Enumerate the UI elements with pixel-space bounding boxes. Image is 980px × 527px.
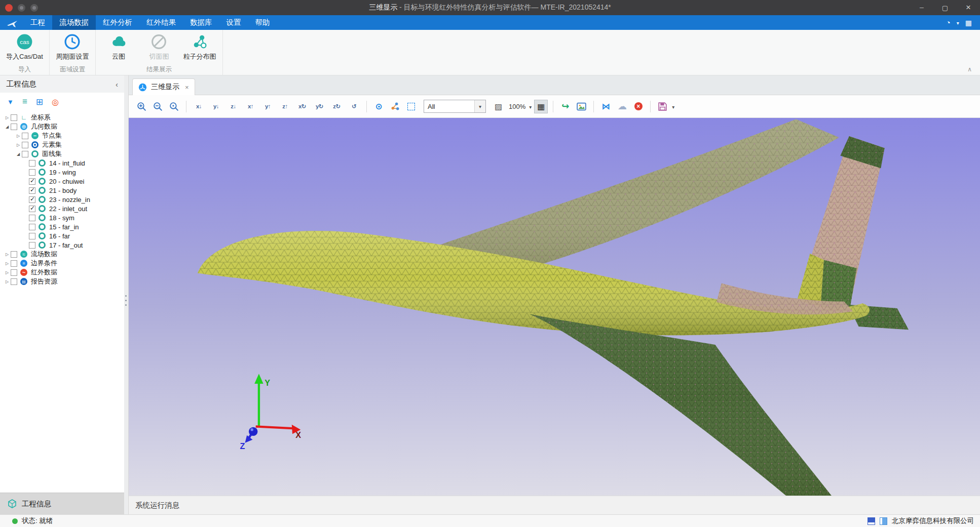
checkbox[interactable]	[29, 224, 35, 230]
view-z-down-button[interactable]: z↓	[226, 100, 241, 113]
import-cas-dat-button[interactable]: cas 导入Cas/Dat	[4, 32, 45, 64]
expander-icon[interactable]	[15, 143, 22, 147]
menu-item-settings[interactable]: 设置	[219, 15, 248, 30]
checkbox[interactable]	[11, 251, 17, 258]
checkbox[interactable]	[29, 169, 35, 176]
checkbox[interactable]	[11, 260, 17, 267]
rotate-x-button[interactable]: x↻	[295, 100, 310, 113]
checkbox[interactable]	[11, 278, 17, 285]
tree-item-node-set[interactable]: 节点集	[0, 131, 124, 140]
tree-item-boundary-conditions[interactable]: 边界条件	[0, 259, 124, 268]
save-caret-icon[interactable]	[672, 102, 674, 111]
tree-item-23-nozzle-in[interactable]: 23 - nozzle_in	[0, 195, 124, 204]
tree-item-geometry-data[interactable]: 几何数据	[0, 122, 124, 131]
menu-item-project[interactable]: 工程	[23, 15, 52, 30]
save-view-icon[interactable]	[656, 100, 669, 113]
theme-caret-icon[interactable]	[957, 19, 959, 26]
surface-filter-select[interactable]: All	[424, 100, 486, 113]
panel-splitter[interactable]	[124, 75, 129, 514]
app-badge-icon[interactable]	[5, 4, 13, 12]
panel-collapse-button[interactable]	[116, 80, 118, 89]
mesh-grid-toggle[interactable]	[534, 100, 548, 113]
grid-view-icon[interactable]	[36, 97, 43, 107]
viewport-3d[interactable]: Y X Z	[129, 118, 980, 496]
checkbox[interactable]	[29, 233, 35, 239]
expander-icon[interactable]	[15, 152, 22, 156]
project-info-bottom-tab[interactable]: 工程信息	[0, 493, 124, 514]
expander-icon[interactable]	[4, 125, 11, 129]
contour-cloud-button[interactable]: 云图	[100, 32, 137, 64]
checkbox[interactable]	[29, 160, 35, 167]
screenshot-icon[interactable]	[575, 100, 588, 113]
tree-item-19-wing[interactable]: 19 - wing	[0, 168, 124, 177]
tree-item-element-set[interactable]: 元素集	[0, 140, 124, 149]
tree-item-15-far-in[interactable]: 15 - far_in	[0, 222, 124, 231]
tab-3d-display[interactable]: 三维显示	[132, 78, 195, 95]
expander-icon[interactable]	[4, 279, 11, 284]
menu-item-flow-data[interactable]: 流场数据	[52, 15, 96, 30]
view-z-up-button[interactable]: z↑	[278, 100, 292, 113]
checkbox[interactable]	[29, 196, 35, 203]
checkbox[interactable]	[22, 151, 28, 157]
checkbox[interactable]	[11, 114, 17, 121]
cancel-icon[interactable]	[631, 100, 645, 113]
quick-access-button-2[interactable]	[30, 4, 38, 12]
quick-access-button-1[interactable]	[18, 4, 25, 12]
reset-view-button[interactable]: ↺	[347, 100, 361, 113]
checkbox[interactable]	[29, 178, 35, 185]
checkbox[interactable]	[29, 187, 35, 194]
export-arrow-icon[interactable]	[558, 100, 572, 113]
tree-item-20-chuiwei[interactable]: 20 - chuiwei	[0, 177, 124, 186]
menu-item-ir-results[interactable]: 红外结果	[139, 15, 183, 30]
list-view-icon[interactable]	[22, 97, 27, 107]
tab-close-icon[interactable]	[185, 84, 189, 91]
zoom-fit-icon[interactable]	[167, 100, 181, 113]
expander-icon[interactable]	[4, 252, 11, 257]
layout-icon[interactable]	[965, 19, 972, 27]
checkbox[interactable]	[22, 142, 28, 148]
view-y-down-button[interactable]: y↓	[209, 100, 223, 113]
expander-icon[interactable]	[4, 261, 11, 266]
expander-icon[interactable]	[4, 270, 11, 275]
particles-small-icon[interactable]	[388, 100, 402, 113]
minimize-button-icon[interactable]	[910, 0, 933, 15]
theme-icon[interactable]	[946, 18, 951, 27]
tree-item-22-inlet-out[interactable]: 22 - inlet_out	[0, 204, 124, 213]
viewport-3d-scene[interactable]: Y X Z	[129, 118, 980, 496]
checkbox[interactable]	[11, 269, 17, 276]
zoom-out-icon[interactable]	[151, 100, 165, 113]
view-x-up-button[interactable]: x↑	[243, 100, 258, 113]
zoom-level-value[interactable]: 100%	[509, 103, 525, 110]
expander-icon[interactable]	[4, 115, 11, 120]
cloud-display-icon[interactable]	[615, 100, 629, 113]
particle-distribution-button[interactable]: 粒子分布图	[181, 32, 218, 64]
checkbox[interactable]	[29, 242, 35, 249]
zoom-caret-icon[interactable]	[529, 102, 532, 111]
status-layout-icon-1[interactable]	[868, 517, 875, 525]
status-layout-icon-2[interactable]	[880, 517, 887, 525]
rotate-z-button[interactable]: z↻	[329, 100, 344, 113]
combo-caret-icon[interactable]	[474, 100, 485, 112]
menu-item-help[interactable]: 帮助	[248, 15, 277, 30]
mirror-icon[interactable]	[599, 100, 613, 113]
tree-item-17-far-out[interactable]: 17 - far_out	[0, 240, 124, 250]
checkbox[interactable]	[11, 124, 17, 130]
zoom-in-icon[interactable]	[135, 100, 148, 113]
target-icon[interactable]	[52, 97, 59, 107]
box-select-icon[interactable]	[404, 100, 418, 113]
tree-item-21-body[interactable]: 21 - body	[0, 186, 124, 195]
tree-item-flow-data[interactable]: 流场数据	[0, 250, 124, 259]
expander-icon[interactable]	[15, 134, 22, 138]
rotate-y-button[interactable]: y↻	[312, 100, 327, 113]
view-x-down-button[interactable]: x↓	[192, 100, 206, 113]
periodic-surface-button[interactable]: 周期面设置	[54, 32, 91, 64]
probe-point-icon[interactable]	[372, 100, 386, 113]
close-button-icon[interactable]	[957, 0, 980, 15]
ribbon-collapse-icon[interactable]	[967, 66, 972, 73]
menu-item-ir-analysis[interactable]: 红外分析	[96, 15, 139, 30]
texture-pattern-icon[interactable]	[492, 100, 505, 113]
menu-item-database[interactable]: 数据库	[183, 15, 219, 30]
tree-item-infrared-data[interactable]: 红外数据	[0, 268, 124, 277]
checkbox[interactable]	[22, 133, 28, 139]
tree-item-14-int-fluid[interactable]: 14 - int_fluid	[0, 158, 124, 168]
